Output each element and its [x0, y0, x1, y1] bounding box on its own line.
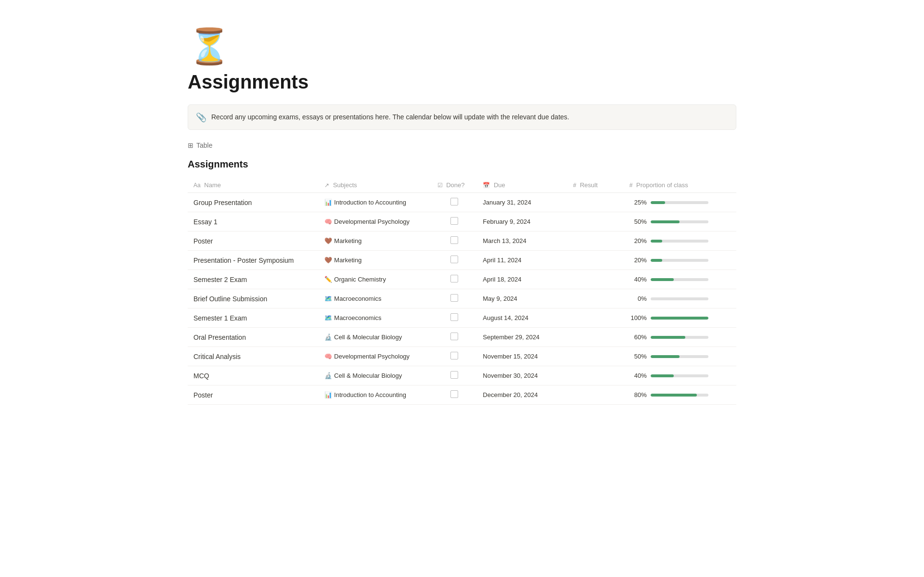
proportion-label: 50% — [629, 218, 647, 225]
col-header-result: # Result — [567, 178, 624, 193]
check-icon: ☑ — [437, 182, 443, 189]
cell-due: February 9, 2024 — [477, 212, 567, 231]
progress-bar-fill — [651, 278, 674, 281]
cell-done[interactable] — [432, 366, 477, 385]
cell-result — [567, 385, 624, 405]
page-container: ⏳ Assignments 📎 Record any upcoming exam… — [149, 0, 775, 424]
done-checkbox[interactable] — [450, 217, 458, 225]
done-checkbox[interactable] — [450, 390, 458, 398]
subject-emoji: 🔬 — [324, 372, 332, 379]
cell-due: November 30, 2024 — [477, 366, 567, 385]
table-body: Group Presentation📊Introduction to Accou… — [188, 193, 736, 405]
cell-proportion: 20% — [624, 251, 736, 270]
proportion-label: 80% — [629, 391, 647, 398]
progress-bar-fill — [651, 201, 665, 204]
cell-proportion: 50% — [624, 347, 736, 366]
proportion-label: 60% — [629, 333, 647, 341]
cell-name: Poster — [188, 231, 319, 251]
cell-done[interactable] — [432, 270, 477, 289]
cell-due: April 11, 2024 — [477, 251, 567, 270]
view-toggle[interactable]: ⊞ Table — [188, 141, 736, 149]
progress-bar-bg — [651, 317, 708, 320]
subject-emoji: 🤎 — [324, 237, 332, 244]
cell-result — [567, 270, 624, 289]
progress-bar-fill — [651, 374, 674, 377]
proportion-label: 20% — [629, 237, 647, 244]
view-toggle-label: Table — [196, 141, 212, 149]
table-row: Semester 1 Exam🗺️MacroeconomicsAugust 14… — [188, 308, 736, 328]
cell-done[interactable] — [432, 251, 477, 270]
cell-done[interactable] — [432, 385, 477, 405]
cell-proportion: 60% — [624, 328, 736, 347]
table-icon: ⊞ — [188, 141, 193, 149]
done-checkbox[interactable] — [450, 294, 458, 302]
cell-subject: 🗺️Macroeconomics — [319, 289, 431, 308]
done-checkbox[interactable] — [450, 333, 458, 340]
subject-emoji: 🗺️ — [324, 295, 332, 302]
subject-emoji: 🤎 — [324, 256, 332, 264]
cell-subject: 🔬Cell & Molecular Biology — [319, 328, 431, 347]
done-checkbox[interactable] — [450, 371, 458, 379]
cell-subject: 🧠Developmental Psychology — [319, 212, 431, 231]
table-row: MCQ🔬Cell & Molecular BiologyNovember 30,… — [188, 366, 736, 385]
cell-due: September 29, 2024 — [477, 328, 567, 347]
progress-bar-bg — [651, 355, 708, 358]
table-row: Poster📊Introduction to AccountingDecembe… — [188, 385, 736, 405]
cell-name: Critical Analysis — [188, 347, 319, 366]
cell-done[interactable] — [432, 212, 477, 231]
cell-name: Oral Presentation — [188, 328, 319, 347]
section-title: Assignments — [188, 159, 736, 170]
progress-bar-bg — [651, 336, 708, 339]
cell-result — [567, 308, 624, 328]
table-row: Poster🤎MarketingMarch 13, 202420% — [188, 231, 736, 251]
text-icon: Aa — [193, 182, 201, 189]
subject-emoji: 📊 — [324, 391, 332, 398]
done-checkbox[interactable] — [450, 313, 458, 321]
cell-due: August 14, 2024 — [477, 308, 567, 328]
subject-emoji: 🧠 — [324, 353, 332, 360]
proportion-label: 50% — [629, 353, 647, 360]
done-checkbox[interactable] — [450, 352, 458, 359]
progress-bar-fill — [651, 220, 680, 223]
cell-due: March 13, 2024 — [477, 231, 567, 251]
done-checkbox[interactable] — [450, 198, 458, 205]
cell-proportion: 40% — [624, 270, 736, 289]
progress-bar-bg — [651, 394, 708, 397]
proportion-label: 40% — [629, 372, 647, 379]
calendar-icon: 📅 — [483, 182, 490, 189]
cell-done[interactable] — [432, 347, 477, 366]
table-row: Presentation - Poster Symposium🤎Marketin… — [188, 251, 736, 270]
callout: 📎 Record any upcoming exams, essays or p… — [188, 104, 736, 130]
table-wrapper: Aa Name ↗ Subjects ☑ Done? 📅 Due — [188, 178, 736, 405]
cell-done[interactable] — [432, 231, 477, 251]
callout-text: Record any upcoming exams, essays or pre… — [211, 112, 569, 122]
progress-bar-bg — [651, 278, 708, 281]
cell-done[interactable] — [432, 308, 477, 328]
cell-result — [567, 212, 624, 231]
col-header-due: 📅 Due — [477, 178, 567, 193]
subject-emoji: 🧠 — [324, 218, 332, 225]
done-checkbox[interactable] — [450, 256, 458, 263]
table-header-row: Aa Name ↗ Subjects ☑ Done? 📅 Due — [188, 178, 736, 193]
cell-result — [567, 347, 624, 366]
cell-done[interactable] — [432, 328, 477, 347]
done-checkbox[interactable] — [450, 275, 458, 282]
cell-done[interactable] — [432, 193, 477, 212]
done-checkbox[interactable] — [450, 236, 458, 244]
progress-bar-bg — [651, 220, 708, 223]
assignments-table: Aa Name ↗ Subjects ☑ Done? 📅 Due — [188, 178, 736, 405]
cell-proportion: 80% — [624, 385, 736, 405]
cell-subject: 🗺️Macroeconomics — [319, 308, 431, 328]
cell-result — [567, 366, 624, 385]
progress-bar-fill — [651, 317, 708, 320]
subject-emoji: 🗺️ — [324, 314, 332, 321]
proportion-label: 40% — [629, 276, 647, 283]
cell-proportion: 40% — [624, 366, 736, 385]
cell-done[interactable] — [432, 289, 477, 308]
col-header-proportion: # Proportion of class — [624, 178, 736, 193]
page-icon: ⏳ — [188, 29, 736, 64]
table-row: Semester 2 Exam✏️Organic ChemistryApril … — [188, 270, 736, 289]
cell-subject: 🔬Cell & Molecular Biology — [319, 366, 431, 385]
cell-due: May 9, 2024 — [477, 289, 567, 308]
cell-due: November 15, 2024 — [477, 347, 567, 366]
